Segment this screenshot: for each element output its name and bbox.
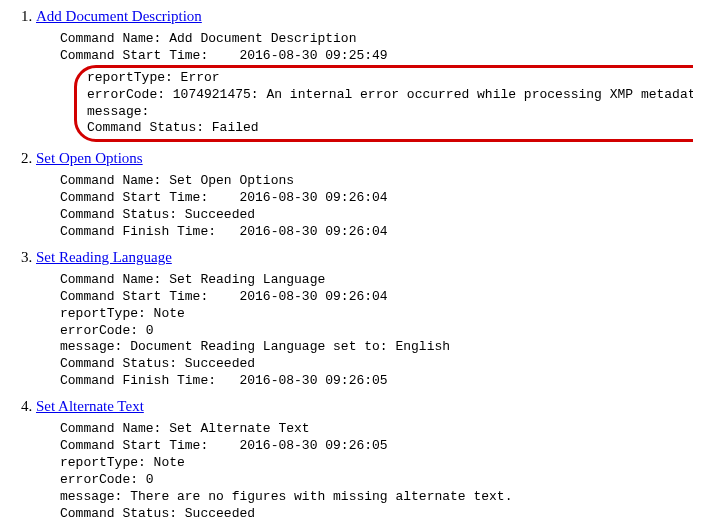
- list-item: Set Alternate Text Command Name: Set Alt…: [36, 398, 693, 524]
- details-pre: Command Name: Add Document Description C…: [60, 31, 388, 63]
- list-item: Set Reading Language Command Name: Set R…: [36, 249, 693, 390]
- command-details: Command Name: Set Open Options Command S…: [60, 173, 693, 241]
- error-highlight: reportType: Error errorCode: 1074921475:…: [74, 65, 693, 143]
- command-details: Command Name: Set Alternate Text Command…: [60, 421, 693, 524]
- command-link[interactable]: Set Open Options: [36, 150, 143, 166]
- command-details: Command Name: Set Reading Language Comma…: [60, 272, 693, 390]
- list-item: Set Open Options Command Name: Set Open …: [36, 150, 693, 241]
- list-item: Add Document Description Command Name: A…: [36, 8, 693, 142]
- command-link[interactable]: Set Alternate Text: [36, 398, 144, 414]
- command-list: Add Document Description Command Name: A…: [12, 8, 693, 524]
- command-details: Command Name: Add Document Description C…: [60, 31, 693, 142]
- command-link[interactable]: Set Reading Language: [36, 249, 172, 265]
- command-link[interactable]: Add Document Description: [36, 8, 202, 24]
